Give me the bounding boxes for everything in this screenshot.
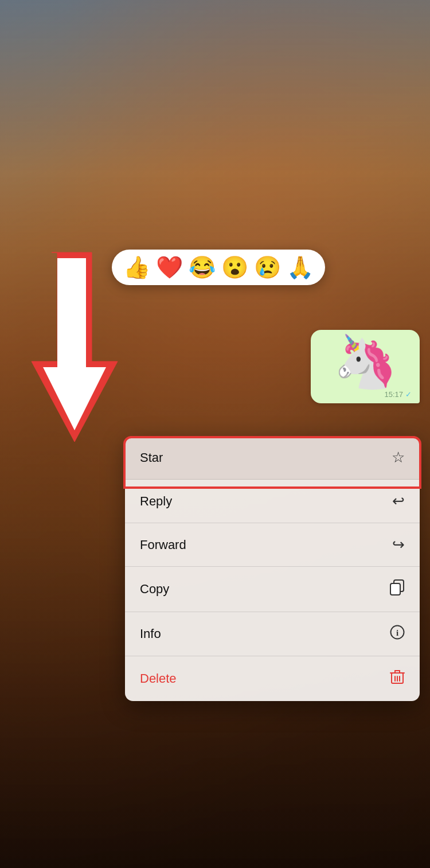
context-menu: Star ☆ Reply ↩ Forward ↪ Copy Info i Del…	[125, 436, 420, 701]
delete-label: Delete	[140, 671, 177, 686]
menu-item-copy[interactable]: Copy	[125, 567, 420, 612]
delete-icon	[390, 669, 405, 688]
svg-rect-3	[390, 583, 400, 595]
emoji-reaction-bar[interactable]: 👍 ❤️ 😂 😮 😢 🙏	[112, 250, 325, 285]
pray-emoji[interactable]: 🙏	[287, 256, 314, 278]
svg-marker-1	[43, 258, 106, 430]
message-time: 15:17 ✓	[384, 390, 412, 399]
bubble-content: 🦄	[319, 336, 412, 387]
menu-item-star[interactable]: Star ☆	[125, 436, 420, 480]
menu-item-forward[interactable]: Forward ↪	[125, 523, 420, 567]
heart-emoji[interactable]: ❤️	[156, 256, 183, 278]
info-icon: i	[390, 625, 405, 643]
star-icon: ☆	[392, 449, 405, 466]
menu-item-info[interactable]: Info i	[125, 612, 420, 656]
menu-item-reply[interactable]: Reply ↩	[125, 480, 420, 523]
info-label: Info	[140, 626, 161, 641]
menu-item-delete[interactable]: Delete	[125, 656, 420, 701]
svg-text:i: i	[396, 628, 398, 637]
message-bubble: 🦄 15:17 ✓	[311, 330, 420, 403]
surprised-emoji[interactable]: 😮	[221, 256, 248, 278]
copy-label: Copy	[140, 582, 169, 597]
checkmark-icon: ✓	[405, 390, 412, 399]
forward-label: Forward	[140, 538, 186, 552]
star-label: Star	[140, 450, 163, 465]
reply-icon: ↩	[392, 492, 405, 510]
laugh-emoji[interactable]: 😂	[189, 256, 216, 278]
cry-emoji[interactable]: 😢	[254, 256, 281, 278]
red-arrow	[17, 247, 143, 465]
forward-icon: ↪	[392, 536, 405, 554]
reply-label: Reply	[140, 494, 172, 509]
copy-icon	[390, 579, 405, 599]
